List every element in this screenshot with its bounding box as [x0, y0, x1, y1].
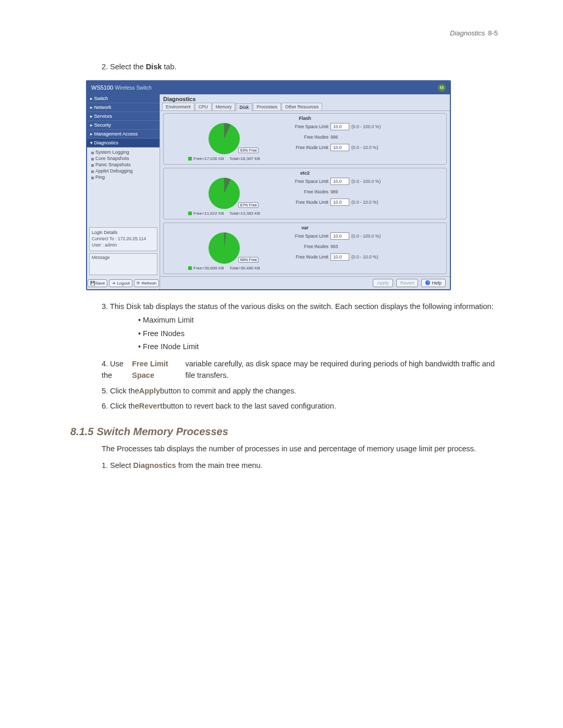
refresh-button[interactable]: ⟳Refresh [134, 279, 159, 287]
disk-section-var: var 98% Free Free=30,008 KB Total=30,480… [163, 223, 447, 274]
tab-environment[interactable]: Environment [162, 103, 194, 110]
swatch-icon [188, 212, 192, 215]
app-title: WS5100 [91, 84, 113, 91]
step-2: 2. Select the Disk tab. [102, 61, 498, 73]
field-free-inodes-flash: Free INodes 996 [286, 134, 443, 140]
refresh-icon: ⟳ [137, 281, 141, 285]
tab-strip: Environment CPU Memory Disk Processes Ot… [160, 103, 450, 111]
free-space-input-etc2[interactable]: 10.0 [331, 178, 349, 185]
free-space-input-flash[interactable]: 10.0 [331, 123, 349, 130]
revert-button[interactable]: Revert [396, 279, 419, 287]
tab-disk[interactable]: Disk [236, 103, 252, 111]
pie-badge-etc2: 87% Free [238, 202, 259, 208]
subnav-applet[interactable]: Applet Debugging [90, 168, 158, 174]
subnav-panic[interactable]: Panic Snapshots [90, 162, 158, 168]
message-box: Message [89, 253, 157, 275]
pie-chart-etc2 [209, 178, 240, 209]
nav-switch[interactable]: ▸ Switch [87, 94, 160, 103]
free-space-input-var[interactable]: 10.0 [331, 232, 349, 240]
field-free-inode-limit-flash: Free INode Limit 10.0 (0.0 - 10.0 %) [286, 144, 443, 151]
subnav-core[interactable]: Core Snapshots [90, 155, 158, 162]
pie-badge-flash: 93% Free [238, 147, 259, 153]
section-title-etc2: etc2 [167, 170, 443, 176]
nav-mgmt[interactable]: ▸ Management Access [87, 130, 160, 139]
field-free-space-flash: Free Space Limit 10.0 (0.0 - 100.0 %) [286, 123, 443, 130]
free-inode-limit-input-etc2[interactable]: 10.0 [331, 199, 349, 206]
logout-button[interactable]: ⇥Logout [109, 279, 132, 287]
help-button[interactable]: ?Help [421, 279, 446, 287]
step-4: 4. Use the Free Limit Space variable car… [102, 358, 498, 381]
section-desc: The Processes tab displays the number of… [102, 443, 498, 454]
tab-other[interactable]: Other Resources [282, 103, 322, 110]
pie-chart-var [209, 232, 240, 264]
swatch-icon [188, 157, 192, 161]
section-body: The Processes tab displays the number of… [102, 443, 498, 472]
apply-button[interactable]: Apply [373, 279, 393, 287]
subnav-syslog[interactable]: System Logging [90, 149, 158, 155]
disk-section-etc2: etc2 87% Free Free=11,622 KB Total=13,38… [163, 168, 447, 219]
app-titlebar: WS5100 Wireless Switch M [87, 81, 450, 94]
nav-network[interactable]: ▸ Network [87, 103, 160, 112]
field-free-inode-limit-etc2: Free INode Limit 10.0 (0.0 - 10.0 %) [286, 199, 443, 206]
save-icon: 💾 [90, 281, 94, 285]
main-panel: Diagnostics Environment CPU Memory Disk … [160, 94, 450, 289]
logout-icon: ⇥ [112, 281, 116, 285]
nav-diagnostics[interactable]: ▾ Diagnostics [87, 139, 160, 147]
tab-cpu[interactable]: CPU [195, 103, 212, 110]
help-icon: ? [425, 280, 430, 285]
swatch-icon [188, 266, 192, 270]
bullet-max-limit: • Maximum Limit [138, 314, 498, 326]
tab-processes[interactable]: Processes [253, 103, 281, 110]
nav-services[interactable]: ▸ Services [87, 112, 160, 121]
pie-legend-var: Free=30,008 KB Total=30,480 KB [188, 266, 260, 270]
field-free-space-etc2: Free Space Limit 10.0 (0.0 - 100.0 %) [286, 178, 443, 185]
app-subtitle: Wireless Switch [115, 85, 152, 91]
header-page: 8-5 [488, 29, 498, 37]
pie-badge-var: 98% Free [238, 257, 259, 263]
subnav-ping[interactable]: Ping [90, 174, 158, 180]
footer-bar: Apply Revert ?Help [160, 276, 450, 289]
header-section: Diagnostics [450, 29, 485, 37]
field-free-inode-limit-var: Free INode Limit 10.0 (0.0 - 10.0 %) [286, 253, 443, 261]
free-inode-limit-input-flash[interactable]: 10.0 [331, 144, 349, 151]
step-3: 3. This Disk tab displays the status of … [102, 301, 498, 312]
bullet-free-inode-limit: • Free INode Limit [138, 341, 498, 352]
brand-icon: M [438, 84, 446, 92]
main-title: Diagnostics [160, 94, 450, 103]
tab-memory[interactable]: Memory [212, 103, 236, 110]
field-free-inodes-var: Free INodes 993 [286, 244, 443, 249]
bullet-free-inodes: • Free INodes [138, 328, 498, 339]
subnav: System Logging Core Snapshots Panic Snap… [87, 147, 160, 182]
pie-legend-etc2: Free=11,622 KB Total=13,383 KB [188, 211, 260, 216]
disk-section-flash: Flash 93% Free Free=17,036 KB Total=18,3… [163, 113, 447, 165]
field-free-space-var: Free Space Limit 10.0 (0.0 - 100.0 %) [286, 232, 443, 240]
step-6: 6. Click the Revert button to revert bac… [102, 400, 498, 412]
free-inode-limit-input-var[interactable]: 10.0 [331, 253, 349, 261]
sidebar: ▸ Switch ▸ Network ▸ Services ▸ Security… [87, 94, 160, 289]
section-title-var: var [167, 225, 443, 230]
field-free-inodes-etc2: Free INodes 989 [286, 189, 443, 194]
save-button[interactable]: 💾Save [88, 279, 107, 287]
app-screenshot: WS5100 Wireless Switch M ▸ Switch ▸ Netw… [86, 80, 451, 290]
nav-security[interactable]: ▸ Security [87, 121, 160, 130]
section-title-flash: Flash [167, 116, 443, 121]
section-heading: 8.1.5Switch Memory Processes [70, 426, 498, 438]
step-5: 5. Click the Apply button to commit and … [102, 385, 498, 397]
login-details: Login Details Connect To : 172.20.25.114… [89, 227, 157, 251]
page-header: Diagnostics8-5 [450, 29, 498, 37]
pie-legend-flash: Free=17,036 KB Total=18,307 KB [188, 156, 260, 161]
section-step-1: 1. Select Diagnostics from the main tree… [102, 460, 498, 471]
pie-chart-flash [209, 123, 240, 154]
